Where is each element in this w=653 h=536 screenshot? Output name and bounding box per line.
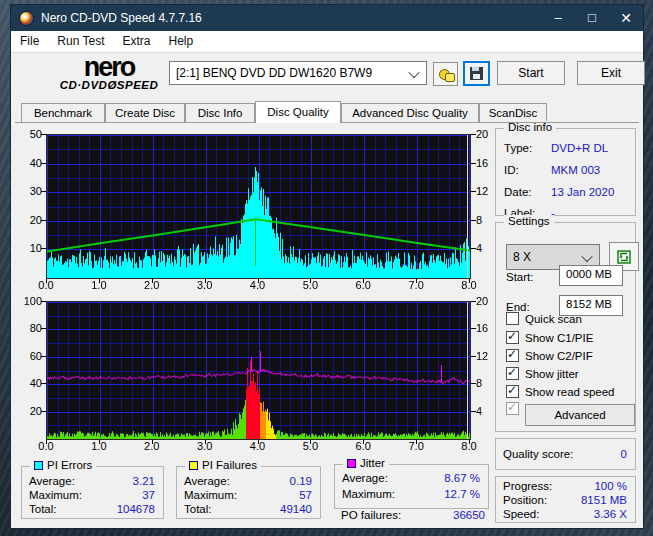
axis-tick [310,279,311,283]
po-failures-label: PO failures: [341,509,401,521]
disc-info-group: Disc info Type: DVD+R DL ID: MKM 003 Dat… [495,128,636,216]
checkbox-box[interactable] [506,367,519,380]
axis-tick [471,191,476,192]
checkbox-label: Show C2/PIF [525,350,593,362]
axis-tick [363,279,364,283]
tab-benchmark[interactable]: Benchmark [21,103,105,122]
total-value: 104678 [117,503,155,515]
jitter-swatch [347,459,356,468]
axis-tick [471,301,476,302]
axis-tick [41,220,46,221]
axis-tick [46,440,47,444]
checkbox-label: Show read speed [525,386,615,398]
menu-extra[interactable]: Extra [113,31,159,53]
axis-tick [152,440,153,444]
axis-tick [41,383,46,384]
axis-tick [258,279,259,283]
tab-scandisc[interactable]: ScanDisc [479,103,547,122]
checkbox-show-c1-pie[interactable]: Show C1/PIE [506,330,593,345]
position-value: 8151 MB [581,494,627,506]
axis-tick [310,440,311,444]
tab-disc-info[interactable]: Disc Info [185,103,255,122]
axis-tick-label: 4 [476,242,500,254]
advanced-button[interactable]: Advanced [525,404,635,426]
minimize-button[interactable]: – [541,5,575,31]
axis-tick [471,163,476,164]
quality-score-label: Quality score: [503,448,573,460]
maximum-value: 37 [142,489,155,501]
tab-create-disc[interactable]: Create Disc [105,103,185,122]
checkbox-box[interactable] [506,312,519,325]
start-field-label: Start: [506,271,533,283]
disc-date-value: 13 Jan 2020 [551,186,614,198]
save-button[interactable] [463,61,490,86]
axis-tick-label: 12 [476,185,500,197]
checkbox-show-read-speed[interactable]: Show read speed [506,384,615,399]
quality-score-panel: Quality score: 0 [495,438,636,470]
maximize-button[interactable]: □ [575,5,609,31]
pi-errors-chart [46,134,471,279]
axis-tick [471,220,476,221]
disc-id-value: MKM 003 [551,164,600,176]
axis-tick-label: 40 [14,157,42,169]
axis-tick [46,279,47,283]
tab-advanced-disc-quality[interactable]: Advanced Disc Quality [341,103,479,122]
cd-dvd-speed-logo-text: CD·DVDØSPEED [49,79,169,91]
menu-help[interactable]: Help [160,31,203,53]
axis-tick [471,383,476,384]
start-button[interactable]: Start [497,61,565,85]
start-field[interactable]: 0000 MB [559,265,623,286]
maximum-value: 12.7 % [444,488,480,500]
axis-tick-label: 16 [476,157,500,169]
speed-value: 3.36 X [594,508,627,520]
pi-errors-swatch [34,461,43,470]
progress-panel: Progress: 100 % Position: 8151 MB Speed:… [495,476,636,523]
axis-tick [99,440,100,444]
menu-file[interactable]: File [11,31,48,53]
close-button[interactable]: ✕ [609,5,643,31]
save-icon [470,67,483,80]
checkbox-show-c2-pif[interactable]: Show C2/PIF [506,348,593,363]
axis-tick-label: 12 [476,350,500,362]
axis-tick-label: 60 [14,350,42,362]
axis-tick [41,301,46,302]
nero-logo-text: nero [49,55,169,79]
checkbox-box[interactable] [506,331,519,344]
jitter-title: Jitter [360,457,385,469]
title-bar[interactable]: Nero CD-DVD Speed 4.7.7.16 – □ ✕ [11,5,643,31]
average-value: 3.21 [133,475,155,487]
eject-button[interactable] [433,62,458,86]
axis-tick-label: 80 [14,322,42,334]
toolbar: nero CD·DVDØSPEED [2:1] BENQ DVD DD DW16… [11,53,643,99]
checkbox-quick-scan[interactable]: Quick scan [506,311,582,326]
maximum-label: Maximum: [29,489,82,501]
disc-date-label: Date: [504,186,532,198]
exit-button[interactable]: Exit [577,61,645,85]
checkbox-show-jitter[interactable]: Show jitter [506,366,579,381]
axis-tick-label: 10 [14,242,42,254]
axis-tick-label: 20 [14,214,42,226]
scan-speed-value: 8 X [513,250,531,264]
checkbox-label: Show C1/PIE [525,332,593,344]
app-icon [19,11,34,26]
average-label: Average: [184,475,230,487]
total-value: 49140 [280,503,312,515]
menu-run-test[interactable]: Run Test [48,31,113,53]
drive-select[interactable]: [2:1] BENQ DVD DD DW1620 B7W9 [169,61,427,85]
checkbox-box[interactable] [506,385,519,398]
axis-tick [469,279,470,283]
axis-tick-label: 4 [476,405,500,417]
menu-bar: File Run Test Extra Help [11,31,643,53]
refresh-icon [616,249,632,265]
settings-title: Settings [504,215,554,227]
average-label: Average: [342,472,388,484]
keys-icon [438,67,454,81]
axis-tick-label: 8 [476,377,500,389]
tab-disc-quality[interactable]: Disc Quality [255,101,341,123]
axis-tick [416,440,417,444]
pi-errors-stats: PI Errors Average: 3.21 Maximum: 37 Tota… [21,466,164,519]
axis-tick [41,134,46,135]
average-label: Average: [29,475,75,487]
axis-tick [41,248,46,249]
checkbox-box[interactable] [506,349,519,362]
